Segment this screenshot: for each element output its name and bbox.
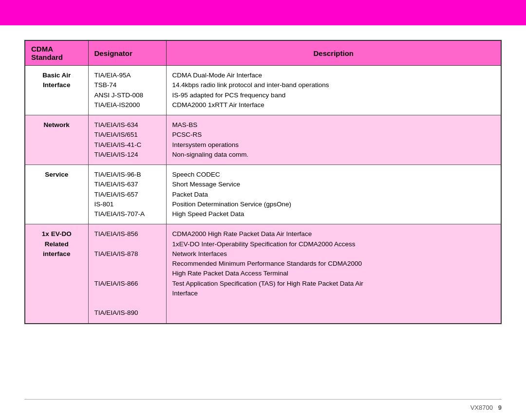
- description-cell: CDMA Dual-Mode Air Interface 14.4kbps ra…: [166, 66, 501, 115]
- top-bar: [0, 0, 526, 25]
- table-row: Service TIA/EIA/IS-96-B TIA/EIA/IS-637 T…: [25, 165, 501, 224]
- standard-cell: Network: [25, 115, 88, 165]
- footer: VX8700 9: [470, 404, 502, 411]
- standard-cell: 1x EV-DORelatedinterface: [25, 224, 88, 324]
- table-header-row: CDMA Standard Designator Description: [25, 40, 501, 66]
- header-description: Description: [166, 40, 501, 66]
- description-cell: Speech CODEC Short Message Service Packe…: [166, 165, 501, 224]
- designator-cell: TIA/EIA-95A TSB-74 ANSI J-STD-008 TIA/EI…: [88, 66, 166, 115]
- designator-cell: TIA/EIA/IS-856 TIA/EIA/IS-878 TIA/EIA/IS…: [88, 224, 166, 324]
- footer-model: VX8700: [470, 404, 497, 411]
- table-row: Basic AirInterface TIA/EIA-95A TSB-74 AN…: [25, 66, 501, 115]
- description-cell: CDMA2000 High Rate Packet Data Air Inter…: [166, 224, 501, 324]
- table-row: 1x EV-DORelatedinterface TIA/EIA/IS-856 …: [25, 224, 501, 324]
- description-cell: MAS-BS PCSC-RS Intersystem operations No…: [166, 115, 501, 165]
- header-cdma-standard: CDMA Standard: [25, 40, 88, 66]
- designator-cell: TIA/EIA/IS-96-B TIA/EIA/IS-637 TIA/EIA/I…: [88, 165, 166, 224]
- bottom-divider: [24, 399, 502, 400]
- header-designator: Designator: [88, 40, 166, 66]
- main-content: CDMA Standard Designator Description Bas…: [0, 25, 526, 334]
- designator-cell: TIA/EIA/IS-634 TIA/EIA/IS/651 TIA/EIA/IS…: [88, 115, 166, 165]
- standard-cell: Basic AirInterface: [25, 66, 88, 115]
- cdma-standards-table: CDMA Standard Designator Description Bas…: [24, 40, 502, 324]
- footer-page: 9: [498, 404, 502, 411]
- table-row: Network TIA/EIA/IS-634 TIA/EIA/IS/651 TI…: [25, 115, 501, 165]
- standard-cell: Service: [25, 165, 88, 224]
